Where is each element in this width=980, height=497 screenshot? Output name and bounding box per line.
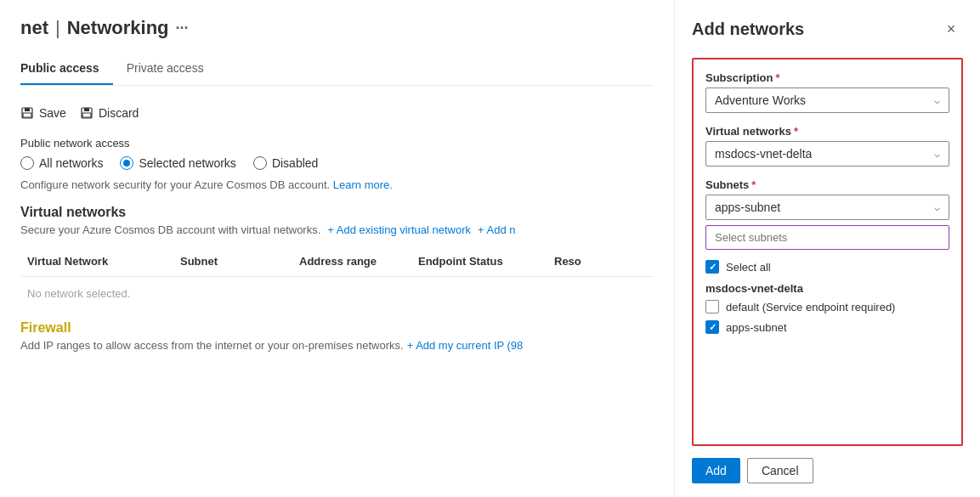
virtual-networks-label: Virtual networks * [705,125,949,138]
subscription-label: Subscription * [705,71,949,84]
cancel-button[interactable]: Cancel [747,458,813,483]
firewall-desc: Add IP ranges to allow access from the i… [20,339,654,352]
learn-more-link[interactable]: Learn more. [333,178,393,191]
discard-icon [80,106,93,120]
tab-private-access[interactable]: Private access [127,54,218,85]
add-button[interactable]: Add [692,458,740,483]
subnet-item-default[interactable]: default (Service endpoint required) [705,297,949,317]
col-subnet: Subnet [173,251,292,271]
panel-close-button[interactable]: × [939,17,963,41]
radio-all-circle [20,156,34,170]
page-title-text: Networking [67,17,169,39]
subnets-label: Subnets * [705,178,949,191]
tab-public-access[interactable]: Public access [20,54,113,85]
radio-all-label: All networks [39,156,103,170]
subnets-dropdown-arrow: ⌵ [934,201,940,213]
save-button[interactable]: Save [20,103,66,123]
select-all-row[interactable]: Select all [705,257,949,277]
title-ellipsis[interactable]: ··· [176,20,189,37]
virtual-networks-desc: Secure your Azure Cosmos DB account with… [20,223,654,236]
subnet-default-label: default (Service endpoint required) [726,301,895,313]
info-text: Configure network security for your Azur… [20,178,654,191]
radio-selected-label: Selected networks [139,156,235,170]
subnet-apps-checkbox[interactable] [705,320,719,334]
panel-header: Add networks × [692,17,963,41]
subnets-field: Subnets * apps-subnet ⌵ Select all msdoc… [705,178,949,337]
radio-all-networks[interactable]: All networks [20,156,103,170]
col-virtual-network: Virtual Network [20,251,173,271]
tab-bar: Public access Private access [20,54,654,86]
col-address-range: Address range [292,251,411,271]
add-existing-vnet-link[interactable]: + Add existing virtual network [327,223,471,236]
vnet-required: * [794,125,798,138]
subscription-dropdown[interactable]: Adventure Works ⌵ [705,88,949,113]
radio-selected-circle [120,156,133,170]
add-new-vnet-link[interactable]: + Add n [478,223,515,236]
subnets-dropdown[interactable]: apps-subnet ⌵ [705,195,949,220]
vnet-desc-text: Secure your Azure Cosmos DB account with… [20,223,320,236]
col-reso: Reso [547,251,654,271]
left-panel: net | Networking ··· Public access Priva… [0,0,674,497]
svg-rect-4 [84,108,89,111]
subscription-required: * [775,71,779,84]
info-main-text: Configure network security for your Azur… [20,178,330,191]
panel-body: Subscription * Adventure Works ⌵ Virtual… [692,58,963,446]
vnet-table-header: Virtual Network Subnet Address range End… [20,246,654,277]
save-label: Save [39,106,66,120]
virtual-networks-title: Virtual networks [20,205,654,220]
subscription-field: Subscription * Adventure Works ⌵ [705,71,949,113]
subnet-checkbox-section: Select all msdocs-vnet-delta default (Se… [705,257,949,337]
select-all-checkbox[interactable] [705,260,719,274]
discard-button[interactable]: Discard [80,103,139,123]
breadcrumb-net: net [20,17,48,39]
col-endpoint-status: Endpoint Status [411,251,547,271]
page-title: net | Networking ··· [20,17,654,39]
subnet-item-apps[interactable]: apps-subnet [705,317,949,337]
subnet-group-label: msdocs-vnet-delta [705,277,949,297]
select-all-label: Select all [726,261,771,274]
toolbar: Save Discard [20,103,654,123]
radio-disabled-label: Disabled [272,156,318,170]
subnet-search-input[interactable] [705,225,949,250]
add-current-ip-link[interactable]: + Add my current IP (98 [407,339,524,352]
virtual-networks-dropdown[interactable]: msdocs-vnet-delta ⌵ [705,141,949,167]
save-icon [20,106,34,120]
subnet-default-checkbox[interactable] [705,300,719,313]
discard-label: Discard [99,106,139,120]
title-separator: | [55,17,60,39]
svg-rect-2 [23,113,31,117]
network-access-radio-group: All networks Selected networks Disabled [20,156,654,170]
panel-title: Add networks [692,20,804,39]
svg-rect-5 [82,113,91,117]
subscription-value: Adventure Works [715,93,806,107]
vnet-dropdown-arrow: ⌵ [934,148,940,160]
panel-footer: Add Cancel [692,458,963,483]
radio-selected-networks[interactable]: Selected networks [120,156,235,170]
virtual-networks-value: msdocs-vnet-delta [715,147,812,161]
subnets-value: apps-subnet [715,200,780,214]
firewall-title: Firewall [20,320,654,336]
table-empty-message: No network selected. [20,277,654,310]
subscription-dropdown-arrow: ⌵ [934,94,940,106]
subnets-required: * [751,178,756,191]
radio-disabled[interactable]: Disabled [253,156,318,170]
firewall-desc-text: Add IP ranges to allow access from the i… [20,339,404,352]
subnet-apps-label: apps-subnet [726,321,787,334]
network-access-label: Public network access [20,137,654,150]
add-networks-panel: Add networks × Subscription * Adventure … [674,0,980,497]
svg-rect-1 [25,108,30,111]
virtual-networks-field: Virtual networks * msdocs-vnet-delta ⌵ [705,125,949,167]
radio-disabled-circle [253,156,267,170]
